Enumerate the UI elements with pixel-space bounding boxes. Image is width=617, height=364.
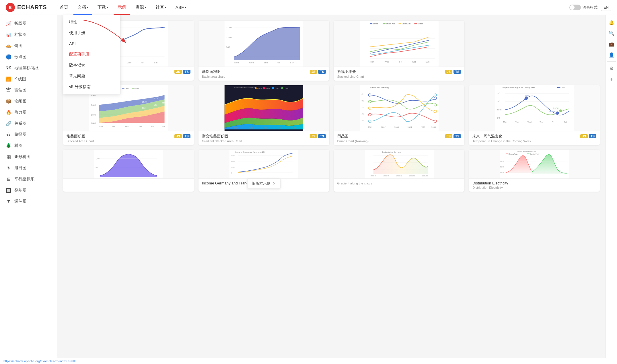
svg-point-96 — [368, 113, 371, 116]
svg-text:Gradient along the y axis: Gradient along the y axis — [382, 151, 401, 153]
dropdown-item-faq[interactable]: 常见问题 — [63, 71, 120, 81]
sidebar-item-lines[interactable]: 🛣 路径图 — [0, 129, 57, 140]
lang-button[interactable]: EN — [601, 4, 611, 11]
svg-text:Mon: Mon — [99, 125, 103, 127]
svg-point-95 — [368, 107, 371, 109]
svg-point-121 — [559, 110, 562, 112]
tooltip-label: 旧版本示例 — [252, 181, 270, 186]
old-version-tooltip: 旧版本示例 × — [247, 178, 280, 189]
chart-card-gradient-x[interactable]: Gradient along the y axis 2000-06 200 — [334, 150, 465, 192]
settings-icon[interactable]: ⚙ — [607, 64, 616, 73]
svg-text:Mon: Mon — [234, 127, 238, 129]
svg-text:Mon: Mon — [370, 61, 374, 63]
notification-icon[interactable]: 🔔 — [607, 18, 616, 26]
sidebar-item-heatmap[interactable]: 🔥 热力图 — [0, 107, 57, 118]
svg-text:Sun: Sun — [290, 61, 294, 64]
badge-js-bump: JS — [445, 134, 452, 138]
svg-text:Line 1: Line 1 — [257, 87, 262, 89]
nav-docs[interactable]: 文档 ▾ — [73, 0, 92, 15]
dropdown-menu: 特性 使用手册 API 配置项手册 版本记录 常见问题 v5 升级指南 — [63, 15, 120, 94]
dropdown-item-api[interactable]: API — [63, 38, 120, 49]
dropdown-item-manual[interactable]: 使用手册 — [63, 28, 120, 38]
svg-text:Wed: Wed — [384, 61, 389, 63]
sidebar-label-radar: 雷达图 — [14, 87, 26, 93]
badges-basic-area: JS TS — [310, 70, 326, 74]
nav-resources[interactable]: 资源 ▾ — [131, 0, 150, 15]
svg-text:1,500: 1,500 — [226, 26, 232, 29]
treemap-icon: ▦ — [6, 154, 11, 159]
chart-card-income[interactable]: Income of Germany and France since 1950 … — [198, 150, 329, 192]
dropdown-item-features[interactable]: 特性 — [63, 17, 120, 28]
sidebar-item-parallel[interactable]: ⊞ 平行坐标系 — [0, 174, 57, 185]
toolbox-icon[interactable]: 💼 — [607, 40, 616, 48]
svg-text:Email: Email — [373, 23, 378, 25]
svg-text:Sat: Sat — [564, 121, 567, 123]
tooltip-close[interactable]: × — [273, 181, 275, 186]
funnel-icon: ▼ — [6, 199, 11, 204]
sidebar-item-radar[interactable]: 🕸 雷达图 — [0, 85, 57, 96]
nav-download[interactable]: 下载 ▾ — [94, 0, 112, 15]
chart-preview-bump: Bump Chart (Ranking) #1 #2 #3 #4 #5 — [334, 85, 465, 131]
chart-card-distribution[interactable]: Distribution of Electricity Morning Peak… — [469, 150, 600, 192]
add-icon[interactable]: + — [607, 75, 616, 83]
graph-icon: 🔗 — [6, 121, 11, 126]
svg-text:1,200: 1,200 — [226, 36, 232, 39]
svg-text:Sat: Sat — [293, 127, 295, 129]
svg-text:Wed: Wed — [125, 125, 129, 127]
sidebar-item-funnel[interactable]: ▼ 漏斗图 — [0, 196, 57, 207]
chart-card-basic-area[interactable]: 1,500 1,200 900 Mon Wed Thu Fri Sun 基础面积 — [198, 21, 329, 81]
svg-text:Sat: Sat — [412, 61, 416, 63]
chart-card-violin[interactable]: 1,000 500 — [63, 150, 194, 192]
svg-point-73 — [255, 87, 257, 89]
sidebar-item-bar[interactable]: 📊 柱状图 — [0, 29, 57, 40]
dark-mode-toggle[interactable]: 深色模式 — [569, 5, 597, 10]
svg-text:#3: #3 — [361, 106, 363, 108]
dropdown-item-config[interactable]: 配置项手册 — [63, 49, 120, 60]
chart-grid-row2: Stacked Area Chart Email Union — [63, 85, 600, 145]
sidebar-item-graph[interactable]: 🔗 关系图 — [0, 118, 57, 129]
toggle-switch[interactable] — [569, 5, 581, 10]
sidebar-item-treemap[interactable]: ▦ 矩形树图 — [0, 151, 57, 162]
chart-title-en-bump: Bump Chart (Ranking) — [337, 139, 461, 143]
profile-icon[interactable]: 👤 — [607, 50, 616, 59]
sidebar-item-geo[interactable]: 🗺 地理坐标/地图 — [0, 63, 57, 73]
nav-community[interactable]: 社区 ▾ — [151, 0, 170, 15]
svg-text:900: 900 — [226, 46, 230, 48]
svg-text:11.34°C: 11.34°C — [549, 110, 556, 112]
sidebar-item-kline[interactable]: 📶 K 线图 — [0, 73, 57, 85]
sidebar-item-sankey[interactable]: 🔲 桑基图 — [0, 185, 57, 196]
nav-home[interactable]: 首页 — [56, 0, 72, 15]
chart-card-gradient-stacked[interactable]: Gradient Stacked Area Chart Line 1 Line … — [198, 85, 329, 145]
dropdown-item-upgrade[interactable]: v5 升级指南 — [63, 81, 120, 92]
svg-text:2,500: 2,500 — [91, 114, 96, 116]
svg-text:Sat: Sat — [162, 125, 165, 127]
chart-card-stacked-line[interactable]: Email Union Ads Video Ads Direct — [334, 21, 465, 81]
svg-text:9.5°C: 9.5°C — [497, 109, 502, 111]
svg-text:2005: 2005 — [421, 126, 425, 128]
sidebar-item-line[interactable]: 📈 折线图 — [0, 18, 57, 29]
svg-text:20,000: 20,000 — [231, 166, 235, 168]
docs-arrow-icon: ▾ — [87, 6, 88, 9]
nav-asf[interactable]: ASF ▾ — [172, 0, 190, 15]
badge-js-stacked-line: JS — [445, 70, 452, 74]
sidebar-item-pie[interactable]: 🥧 饼图 — [0, 40, 57, 51]
chart-card-bump[interactable]: Bump Chart (Ranking) #1 #2 #3 #4 #5 — [334, 85, 465, 145]
chart-title-cn-bump: 凹凸图 — [337, 134, 349, 139]
svg-text:Fri: Fri — [151, 125, 154, 127]
search-icon[interactable]: 🔍 — [607, 29, 616, 37]
svg-text:Line 4: Line 4 — [284, 87, 288, 89]
sidebar-item-sunburst[interactable]: ☀ 旭日图 — [0, 162, 57, 174]
sidebar-item-scatter[interactable]: 🔵 散点图 — [0, 51, 57, 63]
sidebar-item-boxplot[interactable]: 📦 盒须图 — [0, 96, 57, 107]
chart-card-temperature[interactable]: Temperature Change in the Coming Week La… — [469, 85, 600, 145]
svg-text:Union Ads: Union Ads — [386, 23, 395, 25]
sidebar-item-tree[interactable]: 🌲 树图 — [0, 140, 57, 151]
svg-text:11°C: 11°C — [497, 100, 501, 102]
logo[interactable]: E ECHARTS — [6, 3, 47, 12]
chart-preview-basic-area: 1,500 1,200 900 Mon Wed Thu Fri Sun — [198, 21, 329, 67]
dark-mode-label: 深色模式 — [583, 5, 597, 10]
nav-examples[interactable]: 示例 — [114, 0, 130, 15]
chart-footer-temperature: 未来一周气温变化 JS TS Temperature Change in the… — [469, 131, 600, 145]
svg-text:Direct: Direct — [417, 23, 423, 25]
dropdown-item-changelog[interactable]: 版本记录 — [63, 60, 120, 71]
